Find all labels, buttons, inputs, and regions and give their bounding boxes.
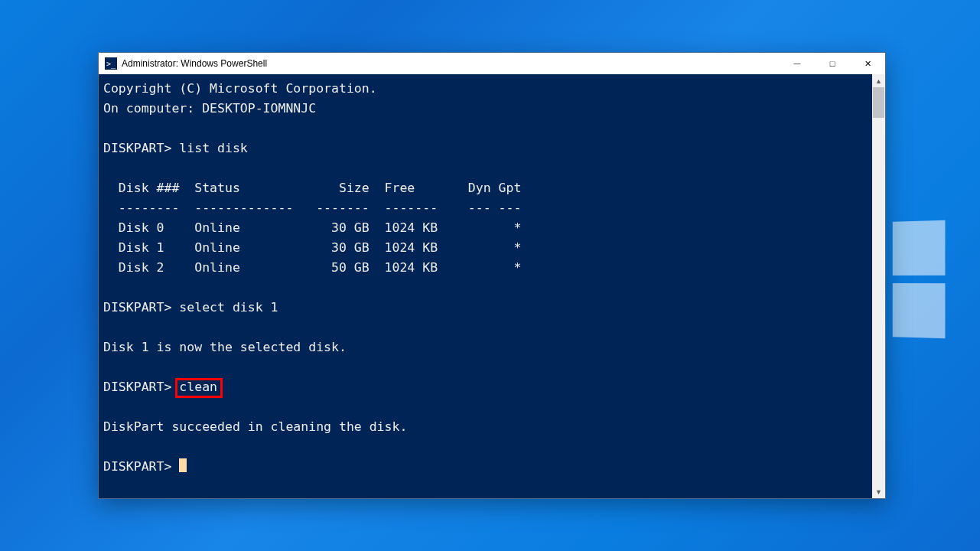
titlebar[interactable]: >_ Administrator: Windows PowerShell <box>99 53 885 74</box>
scrollbar[interactable]: ▲ ▼ <box>872 74 885 498</box>
maximize-button[interactable] <box>815 53 850 74</box>
window-title: Administrator: Windows PowerShell <box>122 58 267 69</box>
scroll-thumb[interactable] <box>873 87 884 118</box>
powershell-icon: >_ <box>105 57 117 70</box>
powershell-window: >_ Administrator: Windows PowerShell Cop… <box>98 52 886 499</box>
minimize-button[interactable] <box>780 53 815 74</box>
close-button[interactable] <box>850 53 885 74</box>
scroll-down-icon[interactable]: ▼ <box>872 485 885 498</box>
cursor <box>179 458 187 472</box>
terminal-output[interactable]: Copyright (C) Microsoft Corporation. On … <box>99 74 872 498</box>
scroll-up-icon[interactable]: ▲ <box>872 74 885 87</box>
